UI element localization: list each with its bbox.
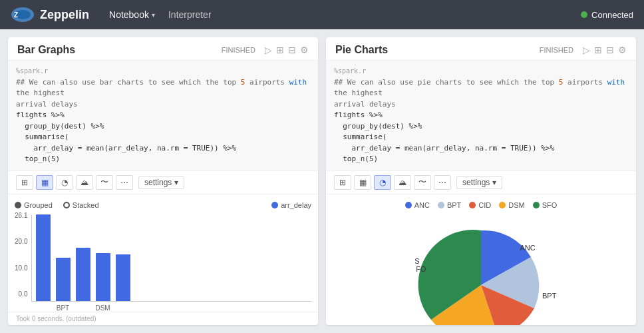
bar-graphs-header: Bar Graphs FINISHED ▷ ⊞ ⊟ ⚙ [8, 37, 318, 61]
bars-container [31, 215, 311, 302]
x-label-dsm: DSM [95, 304, 110, 312]
bar-chart-button[interactable]: ▦ [36, 175, 53, 190]
navbar-menu: Notebook ▾ Interpreter [109, 9, 212, 20]
gear-icon[interactable]: ⚙ [300, 45, 309, 55]
bar-chart-plot: 26.1 20.0 10.0 0.0 [15, 212, 311, 312]
pie-run-icon[interactable]: ▷ [583, 45, 590, 55]
table-view-button[interactable]: ⊞ [16, 175, 33, 190]
settings-chevron-icon: ▾ [174, 178, 178, 187]
pie-charts-panel: Pie Charts FINISHED ▷ ⊞ ⊟ ⚙ %spark.r ## … [326, 37, 636, 325]
bar-chart: Grouped Stacked arr_delay [15, 201, 311, 306]
line-chart-button[interactable]: ⛰ [76, 175, 93, 190]
bar-chart-area: Grouped Stacked arr_delay [8, 194, 318, 312]
bar-settings-button[interactable]: settings ▾ [138, 176, 184, 189]
expand-icon[interactable]: ⊞ [276, 45, 284, 55]
pie-settings-button[interactable]: settings ▾ [456, 176, 502, 189]
pie-label-sfo: FO [416, 265, 426, 273]
pie-charts-code: %spark.r ## We can also use pie charts t… [326, 61, 636, 171]
pie-table-view-button[interactable]: ⊞ [334, 175, 351, 190]
pie-legend-bpt: BPT [438, 201, 461, 209]
bar-graphs-status: FINISHED ▷ ⊞ ⊟ ⚙ [222, 45, 309, 55]
pie-charts-toolbar: ⊞ ▦ ◔ ⛰ 〜 ⋯ settings ▾ [326, 171, 636, 194]
bar-anc [36, 214, 51, 301]
pie-svg-wrapper: ANC BPT CID DSM FO S [395, 212, 567, 326]
pie-label-anc: ANC [520, 244, 535, 252]
bar-graphs-footer: Took 0 seconds. (outdated) [8, 312, 318, 325]
pie-label-sfo2: S [414, 257, 419, 265]
pie-label-bpt: BPT [542, 292, 557, 300]
cid-color-icon [469, 202, 476, 208]
bpt-color-icon [438, 202, 444, 208]
pie-scatter-button[interactable]: ⋯ [434, 175, 451, 190]
grouped-icon [15, 202, 21, 208]
bar-sfo [116, 254, 130, 301]
main-content: Bar Graphs FINISHED ▷ ⊞ ⊟ ⚙ %spark.r ## … [0, 29, 644, 333]
scatter-chart-button[interactable]: ⋯ [116, 175, 133, 190]
pie-charts-header: Pie Charts FINISHED ▷ ⊞ ⊟ ⚙ [326, 37, 636, 61]
anc-color-icon [405, 202, 412, 208]
pie-charts-actions: ▷ ⊞ ⊟ ⚙ [583, 45, 627, 55]
pie-area-button[interactable]: 〜 [414, 175, 431, 190]
zeppelin-logo-icon: Z [11, 5, 35, 24]
table-icon[interactable]: ⊟ [288, 45, 296, 55]
pie-line-button[interactable]: ⛰ [394, 175, 411, 190]
pie-gear-icon[interactable]: ⚙ [618, 45, 627, 55]
pie-bar-button[interactable]: ▦ [354, 175, 371, 190]
navbar: Z Zeppelin Notebook ▾ Interpreter Connec… [0, 0, 644, 29]
pie-expand-icon[interactable]: ⊞ [594, 45, 602, 55]
bar-dsm [96, 253, 110, 301]
bar-graphs-actions: ▷ ⊞ ⊟ ⚙ [265, 45, 309, 55]
pie-legend-dsm: DSM [499, 201, 524, 209]
pie-legend-cid: CID [469, 201, 491, 209]
y-axis: 26.1 20.0 10.0 0.0 [15, 212, 31, 298]
area-chart-button[interactable]: 〜 [96, 175, 113, 190]
bar-cid [76, 248, 90, 301]
stacked-icon [63, 202, 70, 208]
bar-bpt [56, 258, 71, 301]
pie-charts-title: Pie Charts [335, 44, 540, 56]
pie-chart: ANC BPT CID DSM [333, 201, 629, 319]
bars-area: BPT DSM [31, 215, 311, 312]
pie-chart-area: ANC BPT CID DSM [326, 194, 636, 326]
pie-legend-anc: ANC [405, 201, 430, 209]
pie-pie-button[interactable]: ◔ [374, 175, 391, 190]
pie-chart-svg: ANC BPT CID DSM FO S [395, 212, 567, 326]
pie-table-icon[interactable]: ⊟ [606, 45, 614, 55]
legend-grouped: Grouped [15, 201, 53, 209]
pie-settings-chevron-icon: ▾ [492, 178, 496, 187]
bar-graphs-panel: Bar Graphs FINISHED ▷ ⊞ ⊟ ⚙ %spark.r ## … [8, 37, 318, 325]
pie-legend-sfo: SFO [533, 201, 558, 209]
bar-graphs-title: Bar Graphs [17, 44, 222, 56]
connected-status: Connected [581, 10, 633, 20]
svg-text:Z: Z [14, 11, 18, 19]
navbar-item-notebook[interactable]: Notebook ▾ [109, 9, 155, 20]
x-label-cid [75, 304, 90, 312]
bar-graphs-code: %spark.r ## We can also use bar charts t… [8, 61, 318, 171]
chevron-down-icon: ▾ [152, 11, 155, 19]
bar-graphs-toolbar: ⊞ ▦ ◔ ⛰ 〜 ⋯ settings ▾ [8, 171, 318, 194]
sfo-color-icon [533, 202, 540, 208]
x-label-anc [35, 304, 50, 312]
pie-chart-legend: ANC BPT CID DSM [405, 201, 558, 209]
pie-chart-button[interactable]: ◔ [56, 175, 73, 190]
navbar-item-interpreter[interactable]: Interpreter [168, 9, 212, 20]
x-label-bpt: BPT [55, 304, 70, 312]
brand-title: Zeppelin [40, 8, 89, 22]
x-labels: BPT DSM [31, 304, 311, 312]
series-color-icon [271, 202, 278, 208]
legend-series: arr_delay [271, 201, 311, 209]
legend-stacked: Stacked [63, 201, 99, 209]
brand: Z Zeppelin [11, 5, 89, 24]
run-icon[interactable]: ▷ [265, 45, 272, 55]
pie-charts-status: FINISHED ▷ ⊞ ⊟ ⚙ [540, 45, 627, 55]
connected-dot-icon [581, 11, 587, 18]
bar-chart-legend: Grouped Stacked arr_delay [15, 201, 311, 209]
x-label-sfo [115, 304, 130, 312]
dsm-color-icon [499, 202, 506, 208]
